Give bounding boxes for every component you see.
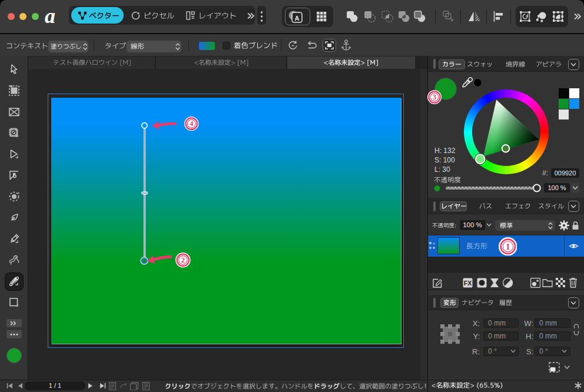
svg-text:3: 3 xyxy=(433,93,436,101)
svg-text:1: 1 xyxy=(506,241,510,251)
svg-text:A: A xyxy=(295,15,300,22)
svg-text:FX: FX xyxy=(464,280,472,287)
svg-text:2: 2 xyxy=(181,256,185,264)
svg-text:4: 4 xyxy=(190,119,193,128)
